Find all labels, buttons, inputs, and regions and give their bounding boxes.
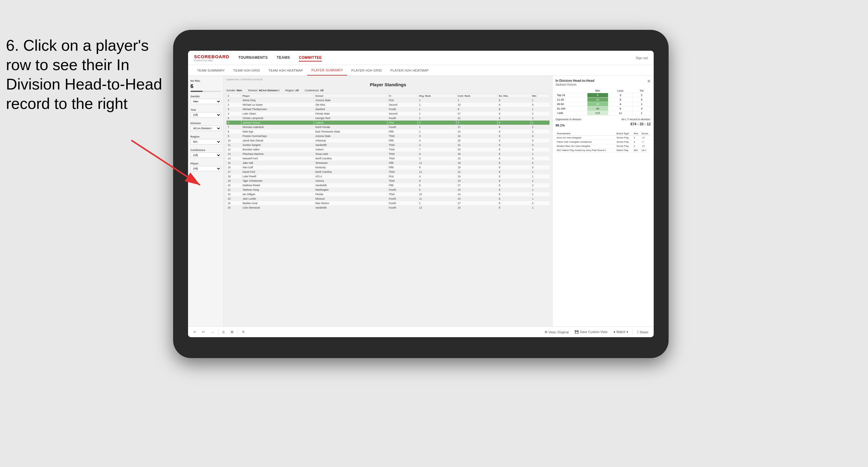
sub-nav-player-h2h-grid[interactable]: PLAYER H2H GRID (347, 65, 386, 75)
logo-area: SCOREBOARD Powered by clippi (194, 54, 229, 62)
filter-conference: Conference: All (305, 89, 323, 92)
h2h-row: >100 578 11 1 (556, 111, 651, 116)
sub-nav-team-summary[interactable]: TEAM SUMMARY (193, 65, 229, 75)
sub-nav-team-h2h-grid[interactable]: TEAM H2H GRID (229, 65, 264, 75)
sub-nav-team-h2h-heatmap[interactable]: TEAM H2H HEATMAP (264, 65, 307, 75)
top-nav: SCOREBOARD Powered by clippi TOURNAMENTS… (188, 51, 654, 65)
conference-select[interactable]: (All) (190, 153, 221, 158)
standings-title: Player Standings (226, 82, 550, 87)
table-row[interactable]: 18 Luke Powell UCLA First 4 24 8 1 (226, 174, 550, 179)
save-custom-button[interactable]: 💾 Save Custom View (573, 329, 609, 335)
sub-nav-player-summary[interactable]: PLAYER SUMMARY (307, 65, 347, 75)
table-row[interactable]: 5 Christo Lamprecht Georgia Tech Fourth … (226, 116, 550, 121)
sign-out-button[interactable]: Sign out (636, 56, 648, 60)
table-row[interactable]: 12 Brendan Valles Auburn Third 7 20 8 0 (226, 147, 550, 152)
filter-gender: Gender: Men (226, 89, 242, 92)
forward-button[interactable]: → (209, 330, 216, 335)
table-row[interactable]: 19 Tiger Christensen Arizona Third 8 23 … (226, 179, 550, 183)
logo-sub: Powered by clippi (194, 59, 229, 62)
h2h-row: 11-25 20 9 5 (556, 98, 651, 102)
share-button[interactable]: ⤴ Share (635, 330, 650, 335)
h2h-title: In Division Head-to-Head (556, 79, 594, 82)
opponents-label: Opponents in division: (556, 118, 582, 121)
table-row[interactable]: 14 Maxwell Ford North Carolina Third 3 2… (226, 156, 550, 161)
year-label: Year (190, 108, 221, 111)
tournament-row: SEC Match Play hosted by Jerry Pate Roun… (556, 148, 651, 153)
nav-committee[interactable]: COMMITTEE (299, 54, 322, 61)
watch-button[interactable]: ● Watch ▾ (612, 329, 630, 335)
undo-button[interactable]: ↩ (192, 329, 198, 335)
table-row[interactable]: 16 Alex Guff Kentucky Fifth 8 19 8 0 (226, 165, 550, 170)
tablet-screen: SCOREBOARD Powered by clippi TOURNAMENTS… (188, 51, 654, 337)
wlt-record: 674 - 33 - 12 (630, 122, 651, 126)
table-row[interactable]: 15 Jake Hall Tennessee Fifth 11 18 8 0 (226, 161, 550, 165)
player-select[interactable]: (All) (190, 166, 221, 171)
copy-button[interactable]: ⎘ (221, 330, 226, 335)
col-no-rds: No. Rds. (498, 94, 531, 98)
wlt-label: W-L-T record in-division: (621, 118, 651, 121)
nav-teams[interactable]: TEAMS (277, 54, 290, 61)
table-area: Update time: 27/03/2024 16:56:26 Player … (224, 76, 552, 326)
year-select[interactable]: (All) (190, 112, 221, 118)
player-label: Player (190, 162, 221, 165)
table-row[interactable]: 9 Preston Summerhays Arizona State Third… (226, 134, 550, 138)
tournament-row: Mirabel Maui Jim Intercollegiate Stroke … (556, 144, 651, 148)
table-row[interactable]: 3 Michael Thorbjornsen Stanford Fourth 1… (226, 107, 550, 112)
table-row[interactable]: 4 Luke Claton Florida State Second 1 27 … (226, 112, 550, 116)
gender-select[interactable]: Men (190, 99, 221, 104)
redo-button[interactable]: ↩ (200, 329, 207, 335)
h2h-close-button[interactable]: ✕ (647, 79, 651, 84)
table-row[interactable]: 20 Matthew Riedel Vanderbilt Fifth 8 27 … (226, 183, 550, 188)
tourn-col-tournament: Tournament (556, 132, 616, 136)
division-label: Division (190, 122, 221, 125)
col-win: Win (531, 94, 550, 98)
table-row[interactable]: 24 Bastien Amat New Mexico Fourth 1 27 8… (226, 201, 550, 206)
view-original-button[interactable]: 👁 View: Original (542, 330, 571, 335)
table-row[interactable]: 7 Nicholas Gabrelcik North Florida Fourt… (226, 125, 550, 129)
paste-button[interactable]: ⊞ (229, 329, 235, 335)
table-row[interactable]: 22 Ian Gilligan Florida Third 10 24 8 1 (226, 192, 550, 197)
region-label: Region (190, 135, 221, 138)
table-row[interactable]: 17 David Ford North Carolina Third 11 21… (226, 170, 550, 174)
table-row[interactable]: 23 Jack Lundin Missouri Fourth 11 24 8 1 (226, 197, 550, 201)
player-section: Player (All) (190, 162, 221, 171)
sub-nav-player-h2h-heatmap[interactable]: PLAYER H2H HEATMAP (386, 65, 433, 75)
filter-division: Division: NCAA Division I (248, 89, 279, 92)
table-row[interactable]: 13 Phachara Maichon Texas A&M Third 6 30… (226, 152, 550, 156)
nav-tournaments[interactable]: TOURNAMENTS (238, 54, 268, 61)
bottom-toolbar: ↩ ↩ → ⎘ ⊞ ↻ 👁 View: Original 💾 Save Cust… (188, 326, 654, 337)
tournaments-table: Tournament Event Type Pos Score Amer Ari… (556, 132, 651, 153)
update-time: Update time: 27/03/2024 16:56:26 (226, 78, 550, 81)
col-conf-rank: Conf. Rank (456, 94, 498, 98)
logo-scoreboard: SCOREBOARD (194, 54, 229, 59)
table-row[interactable]: 11 Gordon Sargent Vanderbilt Third 4 21 … (226, 143, 550, 147)
players-table: # Player School Yr Reg. Rank Conf. Rank … (226, 94, 550, 210)
tournament-row: Amer Ari Intercollegiate Stroke Play 4 -… (556, 136, 651, 140)
opponents-row: Opponents in division: W-L-T record in-d… (556, 118, 651, 121)
main-content: No Rds. 6 Gender Men Year (All) (188, 76, 654, 326)
table-row[interactable]: 2 Michael La Sasse Ole Miss Second 1 10 … (226, 103, 550, 107)
table-row[interactable]: 10 Jacob Mac Diesse Arkansas Fifth 4 25 … (226, 138, 550, 143)
nav-items: TOURNAMENTS TEAMS COMMITTEE (238, 54, 636, 61)
division-select[interactable]: NCAA Division I (190, 126, 221, 131)
tablet-frame: SCOREBOARD Powered by clippi TOURNAMENTS… (173, 30, 669, 358)
no-rds-value: 6 (190, 83, 221, 90)
table-row[interactable]: 1 Wenyi Ding Arizona State First 1 1 8 1 (226, 98, 550, 103)
tourn-col-score: Score (640, 132, 651, 136)
division-section: Division NCAA Division I (190, 122, 221, 131)
table-row[interactable]: 8 Mats Ege East Tennessee State Fifth 1 … (226, 129, 550, 134)
col-yr: Yr (388, 94, 418, 98)
col-school: School (314, 94, 388, 98)
table-row[interactable]: 21 Taehoon Song Washington Fourth 6 23 8… (226, 188, 550, 192)
table-row[interactable]: 6 Jackson Koivun Auburn First 3 8 8 1 (226, 121, 550, 125)
region-select[interactable]: N/A (190, 139, 221, 145)
h2h-col-loss: Loss (608, 89, 633, 93)
gender-label: Gender (190, 95, 221, 98)
sub-nav: TEAM SUMMARY TEAM H2H GRID TEAM H2H HEAT… (188, 65, 654, 76)
tourn-col-pos: Pos (632, 132, 640, 136)
col-num: # (226, 94, 242, 98)
h2h-col-label (556, 89, 587, 93)
refresh-button[interactable]: ↻ (240, 329, 247, 335)
table-row[interactable]: 25 Cole Sherwood Vanderbilt Fourth 12 23… (226, 206, 550, 210)
toolbar-separator-2 (238, 329, 238, 335)
